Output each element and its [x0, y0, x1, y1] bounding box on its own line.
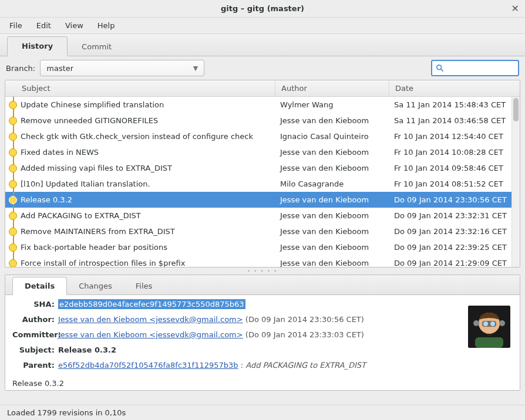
row-date: Fr 10 Jan 2014 09:58:46 CET	[388, 164, 520, 172]
author-date: (Do 09 Jan 2014 23:30:56 CET)	[245, 315, 364, 324]
commit-table: Subject Author Date Update Chinese simpl…	[5, 80, 520, 267]
details-pane: Details Changes Files SHA: e2debb589d0e4…	[5, 275, 520, 391]
commit-dot-icon	[9, 117, 17, 125]
label-sha: SHA:	[12, 300, 58, 309]
svg-line-1	[441, 69, 443, 71]
label-parent: Parent:	[12, 361, 58, 370]
menu-help[interactable]: Help	[92, 19, 121, 32]
table-row[interactable]: Add PACKAGING to EXTRA_DISTJesse van den…	[5, 208, 520, 223]
table-row[interactable]: Remove unneeded GITIGNOREFILESJesse van …	[5, 113, 520, 128]
committer-date: (Do 09 Jan 2014 23:33:03 CET)	[245, 330, 364, 339]
search-field[interactable]	[446, 64, 514, 73]
table-row[interactable]: Check gtk with Gtk.check_version instead…	[5, 128, 520, 144]
window-title: gitg – gitg (master)	[0, 4, 525, 13]
tab-changes[interactable]: Changes	[67, 277, 124, 294]
scrollbar-thumb[interactable]	[513, 98, 519, 121]
commit-dot-icon	[9, 101, 17, 109]
row-date: Fr 10 Jan 2014 08:51:52 CET	[388, 179, 520, 188]
splitter[interactable]: • • • • •	[0, 267, 525, 275]
commit-dot-icon	[9, 164, 17, 172]
subject-value: Release 0.3.2	[58, 346, 116, 354]
avatar	[468, 306, 510, 348]
search-icon	[436, 63, 444, 73]
row-subject: Check gtk with Gtk.check_version instead…	[21, 132, 274, 141]
top-tabs: History Commit	[0, 34, 525, 56]
table-row[interactable]: Fixed dates in NEWSJesse van den Kieboom…	[5, 144, 520, 160]
branch-combo[interactable]: master ▼	[40, 60, 204, 76]
row-date: Fr 10 Jan 2014 12:54:40 CET	[388, 132, 520, 141]
table-row[interactable]: [l10n] Updated Italian translation.Milo …	[5, 176, 520, 192]
row-date: Sa 11 Jan 2014 15:48:43 CET	[388, 100, 520, 109]
search-input[interactable]	[431, 60, 519, 76]
row-date: Sa 11 Jan 2014 03:46:58 CET	[388, 116, 520, 125]
tab-commit[interactable]: Commit	[68, 38, 126, 56]
splitter-handle-icon: • • • • •	[247, 269, 278, 274]
table-row[interactable]: Added missing vapi files to EXTRA_DISTJe…	[5, 160, 520, 176]
row-author: Jesse van den Kieboom	[274, 211, 388, 220]
row-subject: Remove MAINTAINERS from EXTRA_DIST	[21, 227, 274, 236]
row-subject: Update Chinese simplified translation	[21, 100, 274, 109]
menubar: File Edit View Help	[0, 18, 525, 34]
row-author: Jesse van den Kieboom	[274, 116, 388, 125]
row-date: Do 09 Jan 2014 23:32:16 CET	[388, 227, 520, 236]
row-date: Do 09 Jan 2014 21:29:09 CET	[388, 259, 520, 267]
row-author: Wylmer Wang	[274, 100, 388, 109]
branch-label: Branch:	[6, 64, 35, 73]
row-date: Do 09 Jan 2014 22:39:25 CET	[388, 243, 520, 252]
row-subject: Force install of introspection files in …	[21, 259, 274, 267]
table-row[interactable]: Remove MAINTAINERS from EXTRA_DISTJesse …	[5, 223, 520, 239]
tab-files[interactable]: Files	[124, 277, 164, 294]
menu-view[interactable]: View	[59, 19, 89, 32]
label-subject: Subject:	[12, 346, 58, 354]
commit-dot-icon	[9, 180, 17, 188]
row-date: Do 09 Jan 2014 23:32:31 CET	[388, 211, 520, 220]
svg-point-6	[490, 321, 495, 326]
commit-dot-icon	[9, 196, 17, 204]
tab-details[interactable]: Details	[12, 277, 67, 295]
label-committer: Committer:	[12, 330, 58, 339]
details-body: SHA: e2debb589d0e4facefec9f1495773c550d8…	[5, 295, 520, 390]
row-author: Jesse van den Kieboom	[274, 164, 388, 172]
row-subject: [l10n] Updated Italian translation.	[21, 179, 274, 188]
table-row[interactable]: Fix back-portable header bar positionsJe…	[5, 239, 520, 255]
close-icon[interactable]: ✕	[511, 3, 519, 14]
menu-edit[interactable]: Edit	[31, 19, 57, 32]
branch-value: master	[46, 64, 73, 73]
commit-dot-icon	[9, 243, 17, 252]
table-row[interactable]: Force install of introspection files in …	[5, 255, 520, 267]
row-author: Jesse van den Kieboom	[274, 148, 388, 157]
parent-subject: Add PACKAGING to EXTRA_DIST	[245, 361, 366, 370]
author-link[interactable]: Jesse van den Kieboom <jessevdk@gmail.co…	[58, 315, 243, 324]
row-author: Jesse van den Kieboom	[274, 243, 388, 252]
release-tag: Release 0.3.2	[12, 379, 64, 388]
menu-file[interactable]: File	[4, 19, 28, 32]
table-row[interactable]: Update Chinese simplified translationWyl…	[5, 97, 520, 113]
header-date[interactable]: Date	[389, 80, 520, 96]
branch-row: Branch: master ▼	[0, 56, 525, 80]
tab-history[interactable]: History	[7, 36, 68, 56]
vertical-scrollbar[interactable]	[511, 97, 520, 267]
label-author: Author:	[12, 315, 58, 324]
row-subject: Fixed dates in NEWS	[21, 148, 274, 157]
detail-tabs: Details Changes Files	[5, 275, 520, 295]
header-author[interactable]: Author	[275, 80, 389, 96]
row-subject: Remove unneeded GITIGNOREFILES	[21, 116, 274, 125]
row-subject: Fix back-portable header bar positions	[21, 243, 274, 252]
row-date: Do 09 Jan 2014 23:30:56 CET	[388, 195, 520, 204]
chevron-down-icon: ▼	[193, 65, 198, 72]
statusbar: Loaded 1799 revisions in 0,10s	[0, 405, 525, 420]
table-row[interactable]: Release 0.3.2Jesse van den KieboomDo 09 …	[5, 192, 520, 208]
parent-sha-link[interactable]: e56f52db4da70f52f105476fa8fc31f112957b3b	[58, 361, 238, 370]
svg-point-5	[483, 321, 488, 326]
header-subject[interactable]: Subject	[5, 80, 275, 96]
row-author: Milo Casagrande	[274, 179, 388, 188]
row-author: Jesse van den Kieboom	[274, 259, 388, 267]
row-subject: Add PACKAGING to EXTRA_DIST	[21, 211, 274, 220]
svg-point-8	[473, 320, 479, 326]
commit-dot-icon	[9, 212, 17, 220]
row-subject: Release 0.3.2	[21, 195, 274, 204]
svg-rect-7	[475, 337, 503, 348]
row-subject: Added missing vapi files to EXTRA_DIST	[21, 164, 274, 172]
committer-link[interactable]: Jesse van den Kieboom <jessevdk@gmail.co…	[58, 330, 243, 339]
sha-value[interactable]: e2debb589d0e4facefec9f1495773c550d875b63	[58, 299, 245, 309]
